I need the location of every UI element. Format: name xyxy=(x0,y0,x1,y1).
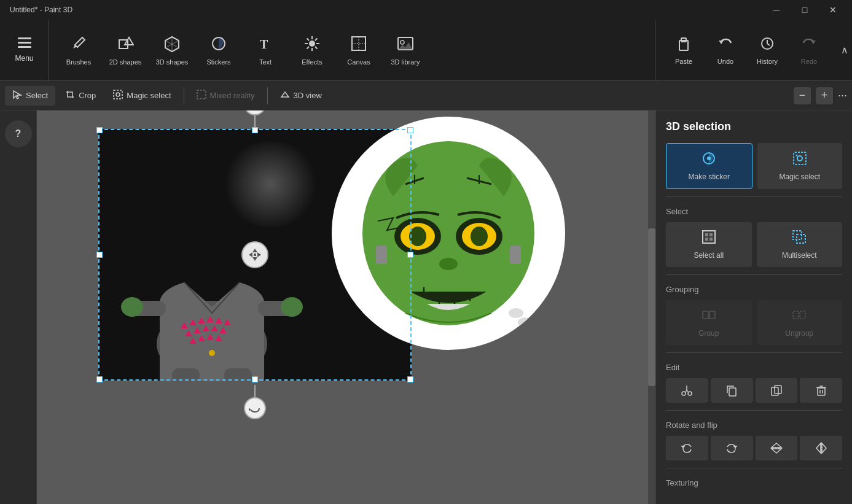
3d-shapes-label: 3D shapes xyxy=(156,58,189,66)
ribbon-tool-canvas[interactable]: Canvas xyxy=(337,26,381,75)
svg-point-92 xyxy=(797,156,802,161)
undo-label: Undo xyxy=(717,58,733,65)
divider-4 xyxy=(666,410,842,411)
rotation-line-bottom xyxy=(254,385,256,397)
multiselect-button[interactable]: Multiselect xyxy=(757,222,843,267)
title-bar-title: Untitled* - Paint 3D xyxy=(10,6,72,14)
sub-tool-select[interactable]: Select xyxy=(5,86,55,106)
undo-icon xyxy=(717,36,733,55)
ribbon-tool-effects[interactable]: Effects xyxy=(290,26,334,75)
text-label: Text xyxy=(259,58,272,66)
svg-marker-28 xyxy=(719,41,724,44)
history-button[interactable]: History xyxy=(749,26,786,75)
svg-rect-20 xyxy=(352,37,365,50)
select-all-button[interactable]: Select all xyxy=(666,222,752,267)
ribbon-tool-3d-shapes[interactable]: 3D shapes xyxy=(150,26,194,75)
svg-rect-91 xyxy=(794,152,806,165)
divider-1 xyxy=(666,196,842,197)
paste-button[interactable]: Paste xyxy=(665,26,702,75)
zoom-plus-button[interactable]: + xyxy=(816,87,833,104)
title-bar-controls: ─ □ ✕ xyxy=(762,0,847,20)
divider-3 xyxy=(666,352,842,353)
rotate-right-button[interactable] xyxy=(711,436,753,460)
ribbon-tool-text[interactable]: T Text xyxy=(243,26,287,75)
make-sticker-button[interactable]: Make sticker xyxy=(666,143,752,189)
magic-select-panel-button[interactable]: Magic select xyxy=(757,143,843,189)
ribbon-tool-3d-library[interactable]: 3D library xyxy=(383,26,428,75)
rotation-circle-bottom[interactable] xyxy=(244,397,266,419)
main-area: ? xyxy=(0,110,852,504)
canvas-area[interactable] xyxy=(37,110,655,504)
close-button[interactable]: ✕ xyxy=(819,0,847,20)
help-button[interactable]: ? xyxy=(5,120,32,147)
svg-marker-118 xyxy=(681,446,686,448)
rotation-circle-top[interactable] xyxy=(244,110,266,115)
svg-point-24 xyxy=(401,41,404,44)
svg-marker-83 xyxy=(249,407,251,412)
menu-label: Menu xyxy=(15,54,33,63)
svg-marker-119 xyxy=(733,446,738,448)
2d-shapes-label: 2D shapes xyxy=(109,58,142,66)
sub-tool-crop[interactable]: Crop xyxy=(58,86,103,106)
select-label: Select xyxy=(26,91,48,100)
sub-tool-magic-select[interactable]: Magic select xyxy=(106,86,178,106)
minimize-button[interactable]: ─ xyxy=(762,0,791,20)
texturing-section-label: Texturing xyxy=(666,478,842,487)
sub-tool-3d-view[interactable]: 3D view xyxy=(273,86,329,106)
2d-shapes-icon xyxy=(117,35,134,56)
title-bar: Untitled* - Paint 3D ─ □ ✕ xyxy=(0,0,852,20)
svg-rect-111 xyxy=(729,388,736,396)
rotation-handle-top[interactable] xyxy=(244,110,266,128)
group-button[interactable]: Group xyxy=(666,300,752,345)
sub-tool-mixed-reality[interactable]: Mixed reality xyxy=(189,86,262,106)
svg-marker-125 xyxy=(822,443,826,453)
select-all-label: Select all xyxy=(694,251,724,260)
cut-button[interactable] xyxy=(666,378,708,403)
svg-point-44 xyxy=(281,297,303,317)
zoom-more-button[interactable]: ··· xyxy=(838,89,847,102)
3d-library-label: 3D library xyxy=(391,58,420,66)
group-icon xyxy=(702,308,716,325)
canvas-scrollbar[interactable] xyxy=(648,110,655,504)
separator-2 xyxy=(267,87,268,104)
svg-point-107 xyxy=(688,392,692,395)
ribbon-tool-2d-shapes[interactable]: 2D shapes xyxy=(103,26,147,75)
ribbon-tool-brushes[interactable]: Brushes xyxy=(57,26,101,75)
svg-marker-122 xyxy=(772,449,781,453)
maximize-button[interactable]: □ xyxy=(791,0,819,20)
svg-rect-68 xyxy=(510,246,521,264)
svg-rect-0 xyxy=(18,37,31,39)
svg-point-81 xyxy=(518,317,533,327)
ribbon-tool-stickers[interactable]: Stickers xyxy=(197,26,241,75)
svg-rect-34 xyxy=(114,90,122,99)
separator-1 xyxy=(184,87,184,104)
delete-button[interactable] xyxy=(800,378,842,403)
ungroup-button[interactable]: Ungroup xyxy=(757,300,843,345)
rotation-handle-bottom[interactable] xyxy=(244,385,266,419)
svg-line-109 xyxy=(687,390,688,392)
copy-button[interactable] xyxy=(711,378,753,403)
select-row: Select all Multiselect xyxy=(666,222,842,267)
svg-rect-102 xyxy=(709,311,715,319)
redo-button[interactable]: Redo xyxy=(791,26,827,75)
rotate-left-button[interactable] xyxy=(666,436,708,460)
svg-rect-101 xyxy=(703,311,708,319)
svg-marker-33 xyxy=(14,91,21,99)
paste-icon xyxy=(676,36,692,55)
flip-vertical-button[interactable] xyxy=(756,436,798,460)
canvas-scrollbar-thumb[interactable] xyxy=(648,228,655,386)
brushes-icon xyxy=(70,35,87,56)
svg-line-19 xyxy=(307,47,310,49)
effects-icon xyxy=(303,35,321,56)
menu-button[interactable]: Menu xyxy=(0,20,49,80)
menu-icon xyxy=(18,37,31,52)
undo-button[interactable]: Undo xyxy=(707,26,744,75)
zoom-minus-button[interactable]: − xyxy=(794,87,811,104)
ribbon: Menu Brushes 2D shapes 3D shapes xyxy=(0,20,852,81)
brushes-label: Brushes xyxy=(66,58,91,66)
svg-rect-98 xyxy=(709,238,713,241)
svg-marker-4 xyxy=(125,37,133,45)
flip-horizontal-button[interactable] xyxy=(800,436,842,460)
ribbon-collapse-button[interactable]: ∧ xyxy=(837,20,852,80)
duplicate-button[interactable] xyxy=(756,378,798,403)
